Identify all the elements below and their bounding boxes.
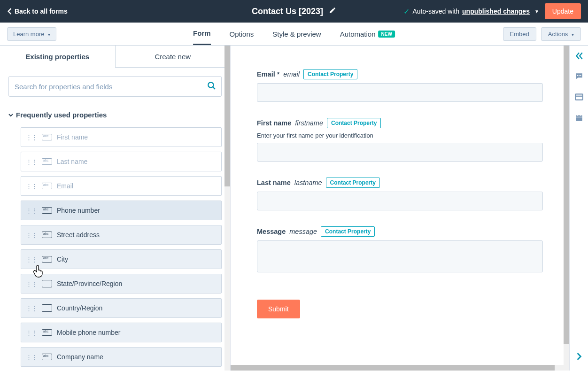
text-input[interactable] [257, 143, 543, 162]
left-body: Frequently used properties ⋮⋮First name⋮… [0, 68, 230, 371]
form-field[interactable]: MessagemessageContact Property [257, 226, 543, 272]
autosave-status[interactable]: ✓ Auto-saved with unpublished changes ▼ [403, 7, 539, 16]
topbar: Back to all forms Contact Us [2023] ✓ Au… [0, 0, 588, 23]
property-item[interactable]: ⋮⋮Company name [21, 347, 222, 367]
property-item: ⋮⋮Last name [21, 152, 222, 171]
form-field[interactable]: Email *emailContact Property [257, 69, 543, 102]
drag-handle-icon: ⋮⋮ [26, 354, 37, 360]
chevron-right-icon [575, 352, 583, 361]
learn-more-button[interactable]: Learn more ▾ [7, 27, 56, 41]
svg-line-1 [213, 87, 215, 90]
field-label: First name [257, 119, 291, 127]
textarea-input[interactable] [257, 240, 543, 272]
drag-handle-icon: ⋮⋮ [26, 183, 37, 189]
property-label: Country/Region [57, 304, 102, 312]
property-item[interactable]: ⋮⋮Street address [21, 225, 222, 245]
pencil-icon [329, 7, 336, 14]
calendar-icon [575, 114, 583, 122]
property-badge: Contact Property [327, 118, 381, 128]
rail-comments-button[interactable] [574, 72, 584, 81]
drag-handle-icon: ⋮⋮ [26, 281, 37, 287]
svg-point-3 [578, 75, 579, 76]
property-item[interactable]: ⋮⋮City [21, 249, 222, 269]
section-frequently-used[interactable]: Frequently used properties [8, 111, 222, 119]
rail-calendar-button[interactable] [574, 113, 584, 123]
field-internal-name: firstname [295, 119, 323, 127]
canvas-inner: Email *emailContact PropertyFirst namefi… [231, 46, 569, 332]
chevron-double-left-icon [575, 52, 583, 60]
property-item[interactable]: ⋮⋮Mobile phone number [21, 323, 222, 342]
field-label: Message [257, 228, 286, 235]
tab-automation[interactable]: Automation NEW [340, 23, 395, 45]
drag-handle-icon: ⋮⋮ [26, 134, 37, 140]
collapse-rail-button[interactable] [574, 51, 584, 61]
embed-button[interactable]: Embed [503, 27, 536, 41]
page-title: Contact Us [2023] [252, 7, 323, 16]
tab-create-new[interactable]: Create new [116, 46, 231, 68]
left-scrollbar[interactable] [224, 46, 230, 371]
canvas-scrollbar-h[interactable] [231, 365, 564, 371]
tab-form[interactable]: Form [193, 23, 211, 45]
property-item: ⋮⋮Email [21, 176, 222, 196]
field-type-icon [42, 280, 52, 287]
tab-options[interactable]: Options [230, 23, 254, 45]
window-icon [575, 93, 583, 101]
drag-handle-icon: ⋮⋮ [26, 330, 37, 336]
tab-style-preview[interactable]: Style & preview [272, 23, 321, 45]
search-box[interactable] [8, 76, 222, 97]
field-label-row: MessagemessageContact Property [257, 226, 543, 237]
search-input[interactable] [15, 83, 207, 91]
update-button[interactable]: Update [545, 3, 581, 19]
field-type-icon [42, 183, 52, 189]
caret-down-icon: ▾ [48, 32, 50, 37]
scrollbar-thumb[interactable] [224, 46, 230, 186]
drag-handle-icon: ⋮⋮ [26, 232, 37, 238]
property-label: Last name [57, 158, 87, 165]
left-tabs: Existing properties Create new [0, 46, 230, 68]
submit-button[interactable]: Submit [257, 300, 300, 318]
autosave-link: unpublished changes [462, 8, 530, 15]
field-type-icon [42, 158, 52, 165]
field-type-icon [42, 134, 52, 140]
caret-down-icon: ▾ [572, 32, 574, 37]
property-label: Mobile phone number [57, 329, 120, 336]
property-item[interactable]: ⋮⋮Phone number [21, 201, 222, 220]
field-label-row: Email *emailContact Property [257, 69, 543, 79]
form-field[interactable]: First namefirstnameContact PropertyEnter… [257, 118, 543, 162]
field-type-icon [42, 207, 52, 214]
right-rail [569, 46, 588, 371]
property-badge: Contact Property [303, 69, 357, 79]
back-label: Back to all forms [15, 8, 68, 15]
subnav-right: Embed Actions ▾ [503, 27, 581, 41]
form-field[interactable]: Last namelastnameContact Property [257, 178, 543, 210]
scrollbar-thumb[interactable] [231, 365, 555, 371]
form-canvas: Email *emailContact PropertyFirst namefi… [230, 46, 569, 371]
svg-point-0 [208, 82, 213, 87]
edit-title-button[interactable] [329, 7, 336, 16]
property-item[interactable]: ⋮⋮State/Province/Region [21, 274, 222, 294]
rail-expand-button[interactable] [574, 352, 584, 361]
property-item[interactable]: ⋮⋮Country/Region [21, 298, 222, 318]
property-label: Phone number [57, 207, 100, 214]
back-to-forms-link[interactable]: Back to all forms [7, 8, 68, 15]
property-label: City [57, 255, 68, 263]
svg-point-4 [580, 75, 581, 76]
scrollbar-thumb[interactable] [564, 46, 569, 344]
svg-rect-7 [576, 115, 582, 121]
canvas-scrollbar-v[interactable] [564, 46, 569, 371]
title-wrap: Contact Us [2023] [252, 7, 336, 16]
actions-button[interactable]: Actions ▾ [541, 27, 581, 41]
svg-point-2 [577, 75, 578, 76]
new-badge: NEW [379, 31, 395, 38]
tab-existing-properties[interactable]: Existing properties [0, 46, 116, 68]
rail-window-button[interactable] [574, 93, 584, 102]
autosave-prefix: Auto-saved with [412, 8, 459, 15]
chevron-down-icon [8, 113, 13, 117]
chevron-left-icon [7, 8, 12, 15]
text-input[interactable] [257, 192, 543, 210]
text-input[interactable] [257, 83, 543, 102]
field-label: Email * [257, 70, 279, 78]
field-type-icon [42, 256, 52, 263]
field-internal-name: lastname [294, 179, 322, 186]
drag-handle-icon: ⋮⋮ [26, 305, 37, 311]
